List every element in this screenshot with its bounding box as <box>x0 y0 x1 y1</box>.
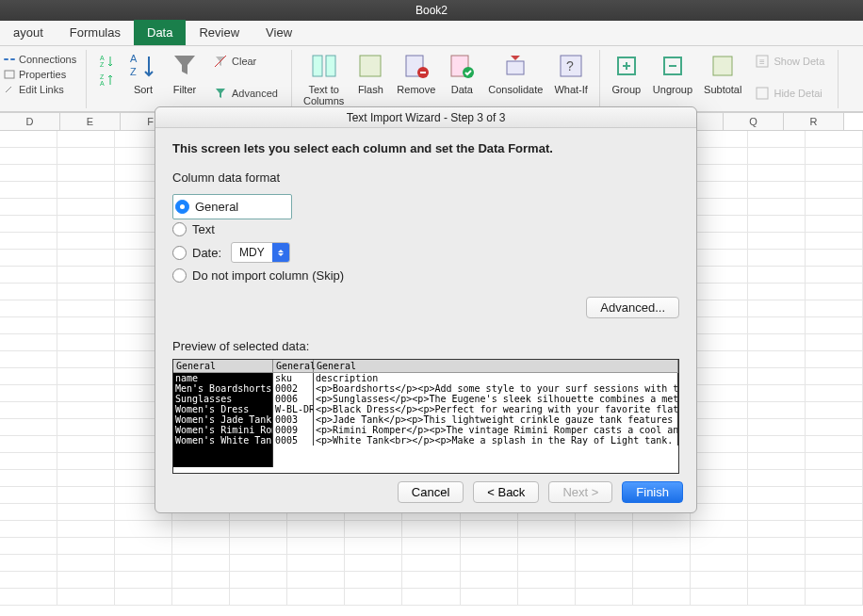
subtotal-button[interactable]: Subtotal <box>698 50 747 95</box>
edit-links-label: Edit Links <box>19 84 64 95</box>
svg-rect-2 <box>5 71 14 78</box>
svg-text:Z: Z <box>100 73 105 80</box>
stepper-arrows-icon <box>272 243 289 262</box>
svg-rect-10 <box>313 56 322 76</box>
clear-button[interactable]: Clear <box>209 52 282 71</box>
cancel-button[interactable]: Cancel <box>398 481 464 503</box>
show-detail-label: Show Deta <box>773 56 824 67</box>
ungroup-label: Ungroup <box>653 84 692 95</box>
svg-rect-12 <box>360 56 381 76</box>
group-label: Group <box>612 84 642 95</box>
outline-group: Group Ungroup Subtotal ≡Show Deta Hide D… <box>600 50 839 108</box>
sort-button[interactable]: AZSort <box>122 50 164 95</box>
radio-date[interactable]: Date: MDY <box>172 239 679 266</box>
radio-skip[interactable]: Do not import column (Skip) <box>172 266 679 285</box>
date-format-value: MDY <box>232 246 272 259</box>
radio-general-label: General <box>195 200 238 214</box>
connections-group: Connections Properties Edit Links <box>0 50 87 108</box>
column-header[interactable]: R <box>784 113 844 130</box>
column-header[interactable]: D <box>0 113 60 130</box>
finish-button[interactable]: Finish <box>622 481 683 503</box>
data-tools-group: Text to Columns Flash Remove Data Consol… <box>292 50 600 108</box>
radio-icon <box>175 200 189 214</box>
edit-links-icon <box>4 85 15 94</box>
sort-desc-button[interactable]: ZA <box>96 71 119 89</box>
properties-label: Properties <box>19 69 66 80</box>
clear-icon <box>213 54 228 69</box>
preview-header: General <box>173 360 273 372</box>
sort-icon: AZ <box>128 50 158 82</box>
radio-text[interactable]: Text <box>172 219 679 239</box>
sort-asc-button[interactable]: AZ <box>96 52 119 71</box>
data-preview[interactable]: General General General name Men's Board… <box>172 359 679 474</box>
remove-label: Remove <box>397 84 435 95</box>
group-icon <box>611 50 642 82</box>
whatif-button[interactable]: ?What-If <box>548 50 593 95</box>
tab-view[interactable]: View <box>252 20 305 45</box>
subtotal-label: Subtotal <box>704 84 741 95</box>
sort-desc-icon: ZA <box>100 73 115 88</box>
advanced-button[interactable]: Advanced <box>209 84 282 103</box>
radio-skip-label: Do not import column (Skip) <box>192 268 344 283</box>
preview-column-selected[interactable]: name Men's Boardshorts Sunglasses Women'… <box>173 373 273 446</box>
svg-text:?: ? <box>566 58 574 73</box>
consolidate-button[interactable]: Consolidate <box>482 50 548 95</box>
remove-icon <box>401 50 432 82</box>
connections-button[interactable]: Connections <box>4 52 82 67</box>
data-validation-button[interactable]: Data <box>441 50 482 95</box>
preview-column[interactable]: sku 0002 0006 W-BL-DR 0003 0009 0005 <box>273 373 314 446</box>
column-format-label: Column data format <box>172 170 679 185</box>
date-format-select[interactable]: MDY <box>231 242 290 263</box>
ungroup-button[interactable]: Ungroup <box>647 50 698 95</box>
dialog-lead: This screen lets you select each column … <box>172 141 679 155</box>
advanced-filter-icon <box>213 86 228 101</box>
preview-header: General <box>314 360 678 372</box>
whatif-label: What-If <box>554 84 587 95</box>
preview-header: General <box>273 360 314 372</box>
data-validation-label: Data <box>451 84 473 95</box>
properties-button[interactable]: Properties <box>4 67 82 82</box>
svg-text:A: A <box>100 55 105 61</box>
advanced-button[interactable]: Advanced... <box>586 297 679 318</box>
show-detail-button[interactable]: ≡Show Deta <box>751 52 828 71</box>
flash-label: Flash <box>358 84 383 95</box>
tab-layout[interactable]: ayout <box>0 20 57 45</box>
back-button[interactable]: < Back <box>473 481 539 503</box>
clear-label: Clear <box>232 56 256 67</box>
tab-review[interactable]: Review <box>186 20 252 45</box>
advanced-label: Advanced <box>232 88 278 99</box>
svg-text:A: A <box>130 53 138 64</box>
whatif-icon: ? <box>556 50 586 82</box>
svg-text:Z: Z <box>130 66 137 77</box>
sort-label: Sort <box>134 84 153 95</box>
sort-asc-icon: AZ <box>100 54 115 69</box>
tab-data[interactable]: Data <box>134 20 186 45</box>
text-to-columns-button[interactable]: Text to Columns <box>298 50 350 106</box>
tab-formulas[interactable]: Formulas <box>57 20 134 45</box>
flash-fill-button[interactable]: Flash <box>350 50 391 95</box>
svg-text:≡: ≡ <box>759 57 765 67</box>
validation-icon <box>447 50 477 82</box>
hide-detail-button[interactable]: Hide Detai <box>751 84 828 103</box>
remove-duplicates-button[interactable]: Remove <box>391 50 441 95</box>
filter-button[interactable]: Filter <box>164 50 205 95</box>
properties-icon <box>4 70 15 79</box>
next-button: Next > <box>548 481 612 503</box>
preview-column[interactable]: description <p>Boardshorts</p><p>Add som… <box>314 373 678 446</box>
radio-icon <box>172 268 187 283</box>
edit-links-button[interactable]: Edit Links <box>4 82 82 97</box>
ribbon: Connections Properties Edit Links AZ ZA … <box>0 46 863 112</box>
svg-rect-1 <box>10 58 15 60</box>
radio-date-label: Date: <box>192 246 221 260</box>
window-titlebar: Book2 <box>0 0 863 21</box>
column-header[interactable]: E <box>60 113 121 130</box>
svg-rect-26 <box>713 57 732 75</box>
group-button[interactable]: Group <box>606 50 647 95</box>
column-header[interactable]: Q <box>724 113 784 130</box>
filter-label: Filter <box>173 84 196 95</box>
consolidate-icon <box>500 50 530 82</box>
radio-general[interactable]: General <box>175 197 238 217</box>
radio-icon <box>172 246 187 260</box>
connections-label: Connections <box>19 54 76 65</box>
hide-detail-label: Hide Detai <box>773 88 822 99</box>
